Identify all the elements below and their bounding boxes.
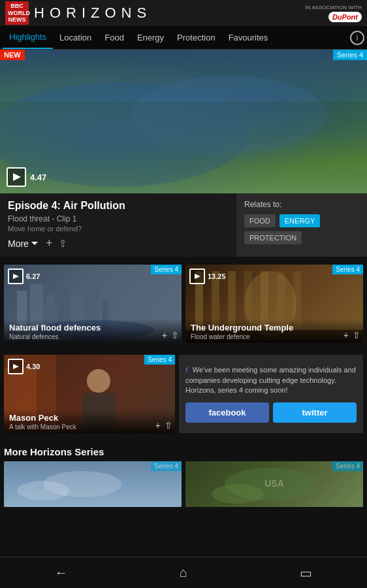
bottom-navigation: ← ⌂ ▭ — [0, 557, 367, 588]
flood-share-icon[interactable]: ⇧ — [171, 330, 179, 340]
facebook-logo-icon: f — [185, 366, 188, 374]
horizons-title: HORIZONS — [34, 5, 152, 22]
flood-title: Natural flood defences — [9, 323, 176, 333]
flood-actions: + ⇧ — [162, 330, 179, 340]
temple-duration: 13.25 — [208, 272, 226, 280]
hero-play-row: 4.47 — [7, 167, 46, 187]
navigation-bar: Highlights Location Food Energy Protecti… — [0, 26, 367, 50]
association-text: IN ASSOCIATION WITH — [305, 5, 362, 10]
social-buttons: facebook twitter — [185, 402, 357, 423]
video-card-mason[interactable]: Series 4 4.30 Mason Peck A talk with Mas… — [4, 355, 175, 433]
video-grid-row2: Series 4 4.30 Mason Peck A talk with Mas… — [0, 351, 367, 437]
more-row: More + ⇧ — [8, 237, 229, 250]
video-overlay-mason: Mason Peck A talk with Mason Peck — [4, 409, 175, 433]
badge-series-temple: Series 4 — [332, 265, 363, 274]
nav-item-highlights[interactable]: Highlights — [3, 26, 53, 49]
share-icon[interactable]: ⇧ — [59, 238, 67, 250]
video-overlay-temple: The Underground Temple Flood water defen… — [185, 319, 363, 343]
temple-actions: + ⇧ — [343, 330, 360, 340]
horizons-thumb-usa[interactable]: Series 4 USA — [185, 461, 363, 507]
more-arrow-icon — [31, 242, 38, 245]
play-button-mason[interactable] — [8, 359, 24, 374]
nav-item-favourites[interactable]: Favourites — [222, 26, 275, 49]
badge-new: NEW — [0, 50, 25, 60]
video-card-temple[interactable]: Series 4 13.25 The Underground Temple Fl… — [185, 265, 363, 343]
play-button-temple[interactable] — [189, 269, 205, 284]
badge-series-hero: Series 4 — [333, 50, 367, 60]
header-left: BBC WORLD NEWS HORIZONS — [5, 1, 152, 25]
video-play-row-temple: 13.25 — [189, 269, 226, 284]
flood-add-icon[interactable]: + — [162, 330, 167, 340]
info-panel: Episode 4: Air Pollution Flood threat - … — [0, 193, 367, 257]
hero-duration: 4.47 — [30, 172, 46, 182]
nav-item-food[interactable]: Food — [98, 26, 131, 49]
video-play-row-mason: 4.30 — [8, 359, 40, 374]
temple-subtitle: Flood water defence — [191, 333, 358, 340]
more-button[interactable]: More — [8, 238, 38, 249]
svg-point-32 — [212, 484, 264, 504]
play-icon-temple — [195, 274, 200, 279]
back-button[interactable]: ← — [42, 560, 81, 586]
mason-actions: + ⇧ — [155, 420, 172, 431]
nav-item-location[interactable]: Location — [53, 26, 98, 49]
video-overlay-flood: Natural flood defences Natural defences — [4, 319, 182, 343]
relates-panel: Relates to: FOOD ENERGY PROTECTION — [236, 193, 367, 257]
add-icon[interactable]: + — [46, 237, 53, 250]
hero-image[interactable]: NEW Series 4 4.47 — [0, 50, 367, 193]
episode-info: Episode 4: Air Pollution Flood threat - … — [0, 193, 236, 257]
badge-series-flood: Series 4 — [151, 265, 182, 274]
twitter-button[interactable]: twitter — [273, 402, 357, 423]
play-icon-mason — [13, 364, 19, 369]
header-right: IN ASSOCIATION WITH DuPont — [305, 5, 362, 22]
mason-title: Mason Peck — [9, 413, 170, 423]
social-card: f We've been meeting some amazing indivi… — [179, 355, 363, 433]
more-horizons-section: More Horizons Series Series 4 Series 4 U… — [0, 441, 367, 510]
more-label: More — [8, 238, 29, 249]
episode-subtitle: Flood threat - Clip 1 — [8, 214, 229, 223]
hero-play-button[interactable] — [7, 167, 26, 187]
action-icons: + ⇧ — [46, 237, 68, 250]
mason-add-icon[interactable]: + — [155, 420, 161, 431]
bbc-logo: BBC WORLD NEWS — [5, 1, 29, 25]
episode-description: Move home or defend? — [8, 225, 229, 233]
horizons-thumb-row: Series 4 Series 4 USA — [4, 461, 363, 507]
facebook-button[interactable]: facebook — [185, 402, 269, 423]
video-play-row-flood: 6.27 — [8, 269, 40, 284]
svg-rect-2 — [0, 102, 367, 193]
relates-label: Relates to: — [244, 200, 359, 209]
tag-protection[interactable]: PROTECTION — [244, 231, 302, 244]
social-text: f We've been meeting some amazing indivi… — [185, 365, 357, 395]
badge-series-mason: Series 4 — [144, 355, 175, 365]
home-button[interactable]: ⌂ — [164, 560, 203, 586]
play-icon — [13, 173, 21, 181]
play-icon-flood — [13, 274, 19, 279]
video-card-flood[interactable]: Series 4 6.27 Natural flood defences Nat… — [4, 265, 182, 343]
play-button-flood[interactable] — [8, 269, 24, 284]
tag-food[interactable]: FOOD — [244, 214, 276, 227]
horizons-thumb-sky[interactable]: Series 4 — [4, 461, 182, 507]
tag-row: FOOD ENERGY PROTECTION — [244, 214, 359, 244]
content-area: NEW Series 4 4.47 Episode 4: Air Polluti… — [0, 50, 367, 557]
tag-energy[interactable]: ENERGY — [279, 214, 320, 227]
nav-item-energy[interactable]: Energy — [131, 26, 170, 49]
nav-item-protection[interactable]: Protection — [170, 26, 222, 49]
mason-share-icon[interactable]: ⇧ — [165, 420, 172, 431]
more-horizons-title: More Horizons Series — [4, 446, 363, 457]
flood-subtitle: Natural defences — [9, 333, 176, 340]
temple-title: The Underground Temple — [191, 323, 358, 333]
dupont-logo: DuPont — [328, 12, 362, 22]
info-button[interactable]: i — [350, 31, 364, 45]
temple-add-icon[interactable]: + — [343, 330, 349, 340]
svg-point-22 — [87, 369, 110, 393]
svg-point-28 — [17, 481, 69, 500]
app-header: BBC WORLD NEWS HORIZONS IN ASSOCIATION W… — [0, 0, 367, 26]
mason-subtitle: A talk with Mason Peck — [9, 423, 170, 431]
episode-title: Episode 4: Air Pollution — [8, 200, 229, 212]
temple-share-icon[interactable]: ⇧ — [353, 330, 360, 340]
recent-apps-button[interactable]: ▭ — [286, 560, 325, 586]
mason-duration: 4.30 — [26, 363, 40, 370]
flood-duration: 6.27 — [26, 272, 40, 280]
video-grid-row1: Series 4 6.27 Natural flood defences Nat… — [0, 261, 367, 347]
